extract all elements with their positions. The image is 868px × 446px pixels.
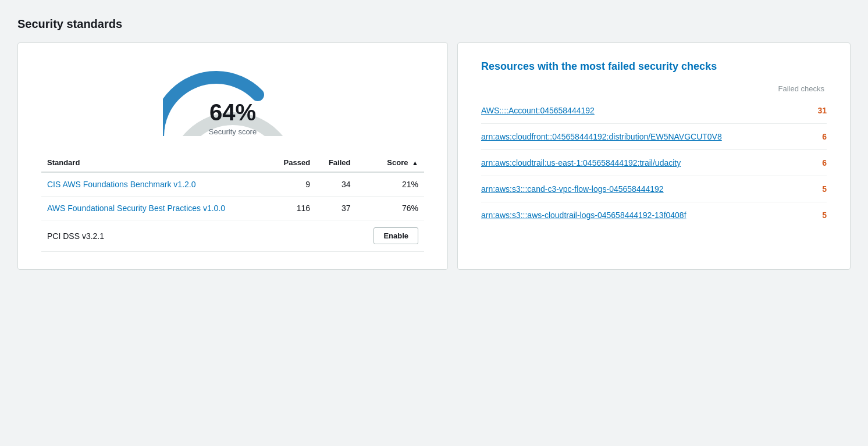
table-row: AWS Foundational Security Best Practices… <box>41 197 424 220</box>
failed-count-2: 6 <box>809 132 827 141</box>
standard-link-cis[interactable]: CIS AWS Foundations Benchmark v1.2.0 <box>47 180 196 189</box>
standard-name-cell: AWS Foundational Security Best Practices… <box>41 197 270 220</box>
gauge-wrapper: 64% Security score <box>163 60 303 136</box>
failed-cell-empty <box>316 220 356 252</box>
resource-row-4: arn:aws:s3:::cand-c3-vpc-flow-logs-04565… <box>481 176 827 202</box>
failed-count-1: 31 <box>809 106 827 115</box>
table-row: PCI DSS v3.2.1 Enable <box>41 220 424 252</box>
resource-arn-1[interactable]: AWS::::Account:045658444192 <box>481 106 595 115</box>
resource-arn-4[interactable]: arn:aws:s3:::cand-c3-vpc-flow-logs-04565… <box>481 184 664 194</box>
sort-arrow-icon: ▲ <box>412 159 418 166</box>
passed-cell: 116 <box>270 197 316 220</box>
failed-count-4: 5 <box>809 184 827 194</box>
resource-arn-3[interactable]: arn:aws:cloudtrail:us-east-1:04565844419… <box>481 158 681 167</box>
resource-row-5: arn:aws:s3:::aws-cloudtrail-logs-0456584… <box>481 202 827 228</box>
gauge-label: Security score <box>163 127 303 136</box>
col-header-passed: Passed <box>270 154 316 172</box>
gauge-percent: 64% <box>163 99 303 125</box>
col-header-score[interactable]: Score ▲ <box>357 154 425 172</box>
left-panel: 64% Security score Standard Passed Faile… <box>17 42 448 270</box>
failed-count-5: 5 <box>809 210 827 220</box>
table-row: CIS AWS Foundations Benchmark v1.2.0 9 3… <box>41 172 424 197</box>
standard-name-cell-pci: PCI DSS v3.2.1 <box>41 220 270 252</box>
failed-cell: 34 <box>316 172 356 197</box>
gauge-container: 64% Security score <box>41 60 424 136</box>
failed-checks-header: Failed checks <box>481 84 827 93</box>
resource-row-2: arn:aws:cloudfront::045658444192:distrib… <box>481 124 827 150</box>
page-title: Security standards <box>17 17 851 31</box>
right-panel: Resources with the most failed security … <box>457 42 851 270</box>
failed-cell: 37 <box>316 197 356 220</box>
enable-button[interactable]: Enable <box>373 227 418 244</box>
resource-row-3: arn:aws:cloudtrail:us-east-1:04565844419… <box>481 150 827 176</box>
standards-table: Standard Passed Failed Score ▲ CIS AWS F… <box>41 154 424 252</box>
enable-cell: Enable <box>357 220 425 252</box>
resource-arn-2[interactable]: arn:aws:cloudfront::045658444192:distrib… <box>481 132 722 141</box>
resource-row-1: AWS::::Account:045658444192 31 <box>481 98 827 124</box>
col-header-failed: Failed <box>316 154 356 172</box>
passed-cell: 9 <box>270 172 316 197</box>
score-cell: 76% <box>357 197 425 220</box>
right-panel-title: Resources with the most failed security … <box>481 60 827 73</box>
gauge-text: 64% Security score <box>163 99 303 136</box>
passed-cell-empty <box>270 220 316 252</box>
col-header-standard: Standard <box>41 154 270 172</box>
score-cell: 21% <box>357 172 425 197</box>
resource-arn-5[interactable]: arn:aws:s3:::aws-cloudtrail-logs-0456584… <box>481 210 686 220</box>
standard-link-aws-foundational[interactable]: AWS Foundational Security Best Practices… <box>47 204 225 213</box>
main-container: 64% Security score Standard Passed Faile… <box>17 42 851 270</box>
failed-count-3: 6 <box>809 158 827 167</box>
standard-name-cell: CIS AWS Foundations Benchmark v1.2.0 <box>41 172 270 197</box>
